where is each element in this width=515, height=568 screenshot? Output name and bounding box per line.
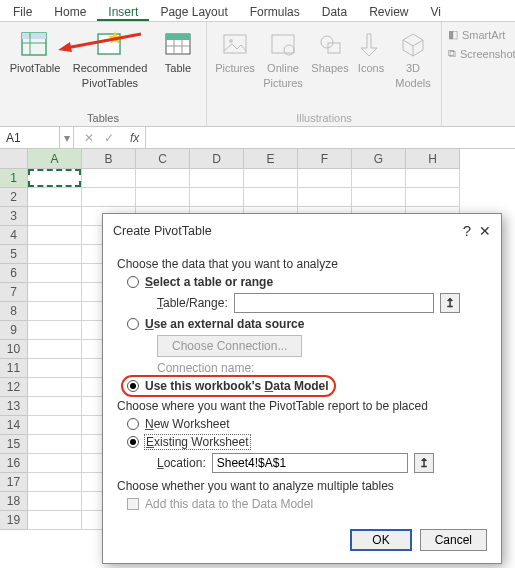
dialog-title-bar[interactable]: Create PivotTable ? ✕ <box>103 214 501 247</box>
col-header[interactable]: F <box>298 149 352 169</box>
col-header[interactable]: A <box>28 149 82 169</box>
row-header[interactable]: 7 <box>0 283 28 302</box>
location-picker-button[interactable]: ↥ <box>414 453 434 473</box>
cell[interactable] <box>28 378 82 397</box>
pictures-button[interactable]: Pictures <box>213 26 257 92</box>
fx-label[interactable]: fx <box>124 131 145 145</box>
row-header[interactable]: 5 <box>0 245 28 264</box>
col-header[interactable]: H <box>406 149 460 169</box>
name-box-dropdown[interactable]: ▾ <box>60 127 74 148</box>
cell[interactable] <box>28 264 82 283</box>
cell[interactable] <box>136 188 190 207</box>
cell[interactable] <box>406 188 460 207</box>
opt-external-source[interactable]: Use an external data source <box>127 317 487 331</box>
smartart-button[interactable]: ◧ SmartArt <box>448 28 515 41</box>
row-header[interactable]: 10 <box>0 340 28 359</box>
row-header[interactable]: 16 <box>0 454 28 473</box>
row-header[interactable]: 3 <box>0 207 28 226</box>
cell[interactable] <box>28 359 82 378</box>
cell[interactable] <box>28 302 82 321</box>
menu-formulas[interactable]: Formulas <box>239 2 311 21</box>
row-header[interactable]: 12 <box>0 378 28 397</box>
col-header[interactable]: E <box>244 149 298 169</box>
col-header[interactable]: G <box>352 149 406 169</box>
svg-rect-11 <box>224 35 246 53</box>
menu-review[interactable]: Review <box>358 2 419 21</box>
cell[interactable] <box>190 188 244 207</box>
3d-models-button[interactable]: 3D Models <box>391 26 435 92</box>
row-header[interactable]: 18 <box>0 492 28 511</box>
dialog-close-button[interactable]: ✕ <box>479 223 491 239</box>
cell[interactable] <box>28 416 82 435</box>
radio-icon <box>127 418 139 430</box>
cell[interactable] <box>136 169 190 188</box>
cell[interactable] <box>28 207 82 226</box>
name-box[interactable]: A1 <box>0 127 60 148</box>
opt-new-worksheet[interactable]: New Worksheet <box>127 417 487 431</box>
recommended-pivottables-button[interactable]: Recommended PivotTables <box>66 26 154 92</box>
opt-existing-worksheet[interactable]: Existing Worksheet <box>127 435 487 449</box>
range-picker-button[interactable]: ↥ <box>440 293 460 313</box>
cell[interactable] <box>82 169 136 188</box>
cell[interactable] <box>28 454 82 473</box>
menu-data[interactable]: Data <box>311 2 358 21</box>
cell[interactable] <box>352 169 406 188</box>
cell[interactable] <box>28 188 82 207</box>
cell[interactable] <box>28 340 82 359</box>
cell[interactable] <box>406 169 460 188</box>
opt-select-table-range[interactable]: Select a table or range <box>127 275 487 289</box>
table-range-input[interactable] <box>234 293 434 313</box>
cell[interactable] <box>28 397 82 416</box>
col-header[interactable]: C <box>136 149 190 169</box>
row-header[interactable]: 9 <box>0 321 28 340</box>
menu-file[interactable]: File <box>2 2 43 21</box>
shapes-button[interactable]: Shapes <box>309 26 351 92</box>
pivottable-button[interactable]: PivotTable <box>6 26 64 92</box>
cell[interactable] <box>28 245 82 264</box>
row-header[interactable]: 1 <box>0 169 28 188</box>
cell[interactable] <box>352 188 406 207</box>
table-button[interactable]: Table <box>156 26 200 92</box>
select-all-corner[interactable] <box>0 149 28 169</box>
cell[interactable] <box>190 169 244 188</box>
screenshot-button[interactable]: ⧉ Screenshot <box>448 47 515 60</box>
row-header[interactable]: 13 <box>0 397 28 416</box>
row-header[interactable]: 6 <box>0 264 28 283</box>
cell[interactable] <box>28 492 82 511</box>
cell[interactable] <box>28 473 82 492</box>
cell[interactable] <box>28 169 82 188</box>
row-header[interactable]: 8 <box>0 302 28 321</box>
ok-button[interactable]: OK <box>350 529 411 551</box>
menu-insert[interactable]: Insert <box>97 2 149 21</box>
menu-view-truncated[interactable]: Vi <box>420 2 452 21</box>
cell[interactable] <box>298 169 352 188</box>
formula-input[interactable] <box>145 127 515 148</box>
icons-button[interactable]: Icons <box>353 26 389 92</box>
online-pictures-button[interactable]: Online Pictures <box>259 26 307 92</box>
cell[interactable] <box>28 511 82 530</box>
location-input[interactable] <box>212 453 408 473</box>
row-header[interactable]: 17 <box>0 473 28 492</box>
cell[interactable] <box>244 188 298 207</box>
cell[interactable] <box>28 435 82 454</box>
cell[interactable] <box>244 169 298 188</box>
row-header[interactable]: 11 <box>0 359 28 378</box>
menu-page-layout[interactable]: Page Layout <box>149 2 238 21</box>
row-header[interactable]: 19 <box>0 511 28 530</box>
pictures-label: Pictures <box>215 62 255 75</box>
cancel-button[interactable]: Cancel <box>420 529 487 551</box>
col-header[interactable]: D <box>190 149 244 169</box>
menu-home[interactable]: Home <box>43 2 97 21</box>
row-header[interactable]: 14 <box>0 416 28 435</box>
col-header[interactable]: B <box>82 149 136 169</box>
row-header[interactable]: 2 <box>0 188 28 207</box>
cell[interactable] <box>82 188 136 207</box>
cell[interactable] <box>28 321 82 340</box>
cell[interactable] <box>28 226 82 245</box>
cell[interactable] <box>28 283 82 302</box>
row-header[interactable]: 4 <box>0 226 28 245</box>
cell[interactable] <box>298 188 352 207</box>
opt-data-model[interactable]: Use this workbook's Data Model <box>127 379 487 393</box>
row-header[interactable]: 15 <box>0 435 28 454</box>
dialog-help-button[interactable]: ? <box>463 222 471 239</box>
